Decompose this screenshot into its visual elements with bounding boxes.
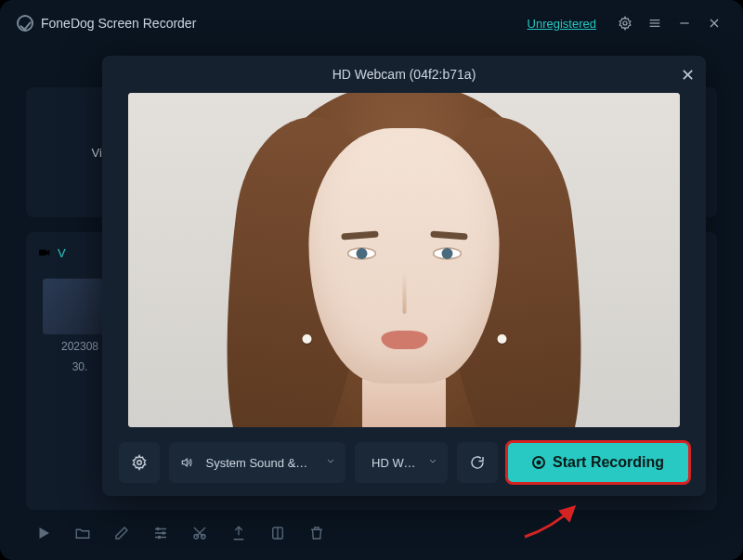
tab-videos[interactable]: V <box>37 245 66 260</box>
svg-point-21 <box>158 536 160 538</box>
app-title: FoneDog Screen Recorder <box>41 16 196 31</box>
share-icon[interactable] <box>230 525 247 541</box>
trash-icon[interactable] <box>308 525 325 541</box>
camera-source-label: HD Web… <box>366 456 437 470</box>
start-recording-button[interactable]: Start Recording <box>507 442 689 483</box>
chevron-down-icon <box>325 456 336 470</box>
app-shell: FoneDog Screen Recorder Unregistered Vid… <box>0 0 743 560</box>
app-brand: FoneDog Screen Recorder <box>17 15 196 32</box>
refresh-button[interactable] <box>457 442 498 483</box>
svg-rect-7 <box>39 250 46 256</box>
menu-icon[interactable] <box>643 11 667 35</box>
webcam-settings-button[interactable] <box>119 442 160 483</box>
rename-icon[interactable] <box>113 525 130 541</box>
svg-point-0 <box>623 21 627 25</box>
compress-icon[interactable] <box>269 525 286 541</box>
close-icon[interactable] <box>702 11 726 35</box>
audio-source-dropdown[interactable]: System Sound &… <box>169 442 345 483</box>
minimize-icon[interactable] <box>672 11 697 35</box>
bottom-toolbar <box>35 525 325 541</box>
callout-arrow <box>520 501 585 539</box>
cut-icon[interactable] <box>191 525 208 541</box>
svg-point-26 <box>137 461 142 465</box>
recording-name-line1: 202308 <box>61 340 98 355</box>
settings-icon[interactable] <box>613 11 637 35</box>
record-icon <box>532 456 545 469</box>
webcam-preview <box>128 93 680 427</box>
folder-icon[interactable] <box>74 525 91 541</box>
modal-header: HD Webcam (04f2:b71a) ✕ <box>102 56 706 93</box>
settings-small-icon[interactable] <box>152 525 169 541</box>
modal-title: HD Webcam (04f2:b71a) <box>332 67 476 82</box>
modal-close-button[interactable]: ✕ <box>681 65 695 85</box>
app-logo-icon <box>17 15 33 32</box>
webcam-modal: HD Webcam (04f2:b71a) ✕ System S <box>102 56 706 496</box>
play-icon[interactable] <box>35 525 52 541</box>
svg-point-19 <box>157 527 159 529</box>
recording-name-line2: 30. <box>72 360 88 375</box>
unregistered-link[interactable]: Unregistered <box>528 17 596 31</box>
svg-marker-15 <box>40 527 50 539</box>
chevron-down-icon <box>427 456 438 470</box>
start-recording-label: Start Recording <box>553 454 664 471</box>
titlebar: FoneDog Screen Recorder Unregistered <box>0 0 743 46</box>
audio-source-label: System Sound &… <box>201 456 335 470</box>
camera-source-dropdown[interactable]: HD Web… <box>355 442 448 483</box>
svg-point-20 <box>163 532 164 534</box>
modal-footer: System Sound &… HD Web… Start Recording <box>119 442 689 483</box>
